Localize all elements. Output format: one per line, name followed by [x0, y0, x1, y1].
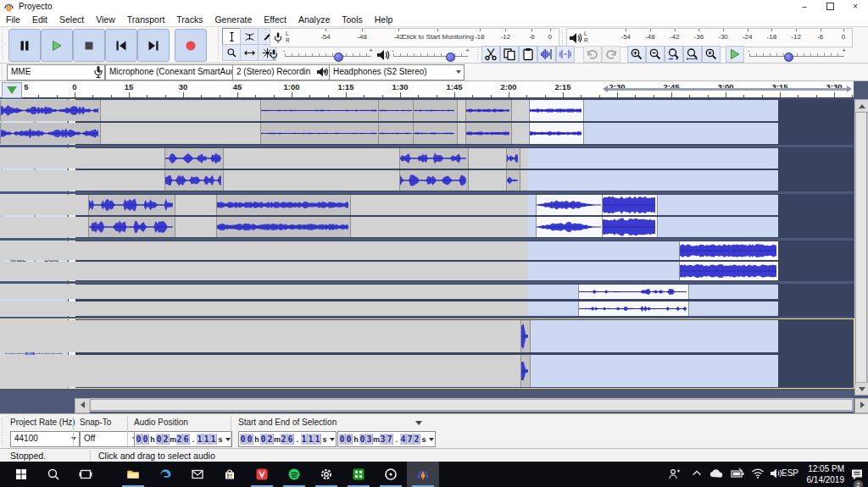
timeshift-tool-button[interactable] [240, 44, 259, 61]
project-rate-select[interactable]: 44100 [10, 431, 80, 447]
audio-clip[interactable] [536, 217, 604, 237]
audio-clip[interactable] [529, 123, 584, 144]
audio-clip[interactable] [578, 302, 689, 316]
zoom-out-button[interactable] [646, 46, 665, 63]
menu-select[interactable]: Select [53, 14, 90, 25]
scroll-right-button[interactable] [854, 398, 868, 413]
wifi-icon[interactable] [751, 468, 765, 481]
audio-clip[interactable] [399, 170, 469, 191]
vscroll-thumb[interactable] [855, 112, 867, 383]
timeline-ruler[interactable]: 01530451:001:151:301:452:002:152:302:453… [0, 81, 854, 98]
audio-clip[interactable] [399, 148, 469, 169]
track-channel[interactable] [0, 241, 778, 260]
clock[interactable]: 12:05 PM6/14/2019 [807, 463, 845, 485]
audio-clip[interactable] [216, 217, 351, 237]
menu-view[interactable]: View [90, 14, 121, 25]
notification-center-icon[interactable]: 2 [850, 468, 865, 483]
recording-device-select[interactable]: Microphone (Conexant SmartAuc [105, 64, 248, 80]
audio-clip[interactable] [413, 100, 457, 121]
selection-mode-chevron-icon[interactable] [415, 421, 422, 425]
selection-start-field[interactable]: 00h02m26.111s [238, 431, 337, 447]
zoom-toggle-button[interactable] [702, 46, 721, 63]
onedrive-cloud-icon[interactable] [709, 468, 724, 481]
taskbar-app-grid-app[interactable] [342, 462, 375, 487]
timeline-options-button[interactable] [2, 82, 22, 98]
track-channel[interactable] [0, 262, 778, 280]
silence-audio-button[interactable] [556, 46, 575, 63]
taskbar-app-audacity[interactable] [407, 462, 439, 487]
taskbar-app-start[interactable] [5, 462, 37, 487]
tray-chevron-icon[interactable] [691, 468, 703, 481]
menu-analyze[interactable]: Analyze [292, 14, 336, 25]
audio-clip[interactable] [506, 170, 520, 191]
track-channel[interactable] [0, 123, 778, 144]
battery-icon[interactable] [731, 468, 745, 481]
play-at-speed-button[interactable] [726, 46, 744, 63]
audio-clip[interactable] [536, 195, 604, 215]
paste-button[interactable] [519, 46, 537, 63]
selection-end-field[interactable]: 00h03m37.472s [337, 431, 436, 447]
audio-clip[interactable] [465, 100, 512, 121]
track-channel[interactable] [0, 195, 778, 215]
menu-file[interactable]: File [0, 14, 26, 25]
menu-help[interactable]: Help [369, 14, 399, 25]
playback-device-select[interactable]: Headphones (S2 Stereo) [329, 64, 465, 80]
audio-clip[interactable] [465, 123, 512, 144]
audio-clip[interactable] [0, 123, 101, 144]
taskbar-app-edge[interactable] [149, 462, 181, 487]
track-channel[interactable] [0, 355, 778, 387]
zoom-in-button[interactable] [627, 46, 646, 63]
audio-clip[interactable] [378, 100, 415, 121]
zoom-fit-button[interactable] [683, 46, 702, 63]
menu-generate[interactable]: Generate [209, 14, 258, 25]
people-icon[interactable] [668, 468, 682, 483]
audio-clip[interactable] [520, 355, 531, 387]
audio-clip[interactable] [216, 195, 351, 215]
audio-clip[interactable] [378, 123, 415, 144]
audio-clip[interactable] [679, 241, 778, 260]
scroll-left-button[interactable] [75, 398, 90, 413]
menu-effect[interactable]: Effect [258, 14, 292, 25]
taskbar-app-settings[interactable] [310, 462, 342, 487]
track-channel[interactable] [0, 285, 778, 299]
snap-to-select[interactable]: Off [80, 431, 141, 447]
copy-button[interactable] [500, 46, 519, 63]
audio-clip[interactable] [88, 217, 175, 237]
audio-clip[interactable] [602, 217, 658, 237]
close-button[interactable]: × [843, 0, 868, 14]
scroll-down-button[interactable] [854, 382, 868, 396]
track-channel[interactable] [0, 148, 778, 169]
audio-clip[interactable] [679, 262, 778, 280]
language-indicator[interactable]: ESP [782, 468, 798, 478]
pause-button[interactable] [8, 29, 41, 62]
audio-clip[interactable] [506, 148, 520, 169]
envelope-tool-button[interactable] [240, 28, 259, 45]
undo-button[interactable] [583, 46, 602, 63]
track-channel[interactable] [0, 217, 778, 237]
audio-clip[interactable] [260, 100, 380, 121]
audio-clip[interactable] [260, 123, 380, 144]
taskbar-app-file-explorer[interactable] [117, 462, 149, 487]
menu-tracks[interactable]: Tracks [170, 14, 209, 25]
audio-clip[interactable] [413, 123, 457, 144]
scroll-up-button[interactable] [854, 99, 868, 113]
skip-to-start-button[interactable] [105, 29, 137, 62]
audio-clip[interactable] [602, 195, 658, 215]
zoom-tool-button[interactable] [222, 44, 241, 61]
restore-button[interactable] [817, 0, 843, 14]
taskbar-app-dial-app[interactable] [375, 462, 407, 487]
menu-edit[interactable]: Edit [26, 14, 53, 25]
vertical-scrollbar[interactable] [854, 99, 868, 396]
taskbar-app-vivaldi[interactable] [246, 462, 278, 487]
minimize-button[interactable]: – [792, 0, 817, 14]
hscroll-thumb[interactable] [90, 399, 853, 411]
stop-button[interactable] [73, 29, 105, 62]
taskbar-app-store[interactable] [214, 462, 246, 487]
audio-clip[interactable] [520, 320, 531, 352]
menu-tools[interactable]: Tools [336, 14, 369, 25]
taskbar-app-mail[interactable] [181, 462, 214, 487]
track-channel[interactable] [0, 320, 778, 352]
recording-volume-slider[interactable]: -+ [285, 50, 371, 62]
skip-to-end-button[interactable] [137, 29, 170, 62]
play-speed-slider[interactable]: -+ [749, 50, 844, 62]
